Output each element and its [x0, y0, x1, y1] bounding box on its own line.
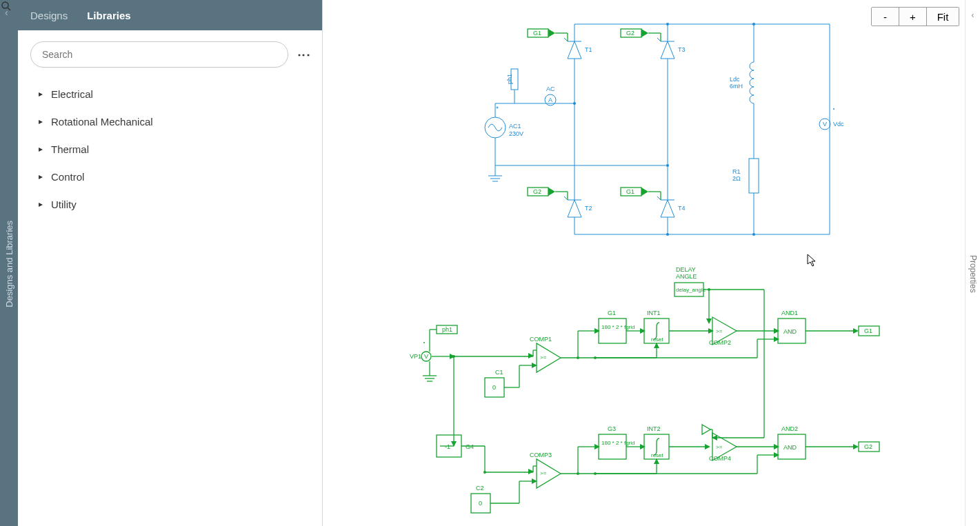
schematic-svg: AC1 230V A AC ph1 T1 — [323, 0, 980, 526]
rail-title: Designs and Libraries — [4, 221, 14, 307]
gate-G2-T2: G2 — [528, 188, 568, 200]
svg-text:>=: >= — [716, 444, 723, 450]
svg-point-64 — [833, 108, 834, 110]
svg-marker-158 — [853, 328, 859, 334]
tree-item-utility[interactable]: ▸Utility — [30, 190, 310, 218]
svg-marker-77 — [548, 188, 555, 196]
svg-marker-48 — [568, 200, 581, 217]
svg-marker-82 — [641, 188, 648, 196]
svg-marker-148 — [774, 328, 779, 334]
svg-point-92 — [423, 342, 425, 343]
svg-marker-188 — [594, 444, 600, 449]
svg-text:6mH: 6mH — [730, 83, 743, 90]
chevron-right-icon: ▸ — [30, 199, 51, 209]
chevron-right-icon: ▸ — [30, 144, 51, 154]
gate-G2-T3: G2 — [621, 29, 661, 41]
svg-point-34 — [573, 102, 576, 105]
svg-point-146 — [708, 288, 710, 291]
svg-marker-219 — [853, 444, 859, 449]
svg-text:AND1: AND1 — [781, 310, 798, 316]
svg-rect-119 — [599, 318, 626, 343]
svg-text:0: 0 — [492, 384, 496, 391]
svg-text:C1: C1 — [495, 369, 503, 376]
svg-marker-72 — [641, 29, 648, 37]
gate-G1-T1: G1 — [528, 29, 568, 41]
svg-text:G1: G1 — [626, 188, 634, 195]
svg-text:Vdc: Vdc — [833, 121, 844, 128]
svg-marker-202 — [705, 444, 710, 449]
svg-text:COMP4: COMP4 — [709, 455, 731, 462]
svg-text:INT1: INT1 — [647, 310, 661, 316]
svg-point-217 — [594, 472, 597, 475]
svg-point-39 — [752, 233, 755, 236]
svg-text:Ldc: Ldc — [730, 76, 740, 83]
svg-text:>=: >= — [540, 470, 547, 476]
tree-item-electrical[interactable]: ▸Electrical — [30, 80, 310, 108]
svg-marker-123 — [640, 328, 646, 334]
svg-text:T2: T2 — [585, 205, 592, 212]
svg-point-37 — [752, 23, 755, 26]
schematic-canvas[interactable]: - + Fit ‹ Properties — [323, 0, 980, 526]
svg-text:AND: AND — [783, 444, 797, 451]
svg-text:AC1: AC1 — [509, 123, 521, 130]
panel-tabs: Designs Libraries — [18, 0, 322, 30]
svg-text:INT2: INT2 — [647, 425, 661, 432]
svg-marker-118 — [594, 328, 600, 334]
svg-text:0: 0 — [479, 500, 482, 507]
chevron-right-icon: ▸ — [30, 117, 51, 126]
svg-text:AND: AND — [783, 328, 797, 335]
svg-text:G3: G3 — [608, 425, 616, 432]
svg-text:G4: G4 — [466, 443, 474, 450]
svg-line-46 — [657, 38, 661, 41]
svg-text:V: V — [823, 121, 827, 128]
gate-G1-T4: G1 — [621, 188, 661, 200]
svg-text:R1: R1 — [732, 168, 741, 175]
svg-marker-209 — [774, 444, 779, 449]
svg-text:2Ω: 2Ω — [732, 175, 741, 182]
svg-text:>=: >= — [716, 328, 723, 334]
svg-marker-216 — [774, 452, 779, 458]
svg-line-50 — [564, 196, 568, 200]
libraries-panel: Designs Libraries ⋮ ▸Electrical ▸Rotatio… — [18, 0, 323, 526]
svg-text:>=: >= — [540, 354, 547, 361]
svg-text:T1: T1 — [585, 46, 592, 53]
tree-item-rotational[interactable]: ▸Rotational Mechanical — [30, 108, 310, 135]
tab-designs[interactable]: Designs — [30, 10, 68, 21]
svg-text:G2: G2 — [533, 188, 541, 195]
svg-text:COMP3: COMP3 — [530, 452, 552, 458]
tree-item-control[interactable]: ▸Control — [30, 163, 310, 190]
svg-text:AC: AC — [546, 85, 555, 92]
svg-point-36 — [666, 23, 669, 26]
tree-item-thermal[interactable]: ▸Thermal — [30, 135, 310, 163]
svg-text:VP1: VP1 — [410, 353, 421, 360]
svg-text:G1: G1 — [864, 327, 872, 334]
svg-text:A: A — [548, 97, 552, 103]
chevron-right-icon: ▸ — [30, 89, 51, 99]
chevron-right-icon: ▸ — [30, 172, 51, 181]
more-icon[interactable]: ⋮ — [297, 49, 312, 61]
svg-marker-52 — [661, 200, 674, 217]
svg-text:ANGLE: ANGLE — [676, 273, 697, 280]
svg-text:180 * 2 * fgrid: 180 * 2 * fgrid — [601, 440, 634, 446]
svg-text:T4: T4 — [678, 205, 686, 212]
tab-libraries[interactable]: Libraries — [87, 10, 130, 21]
search-input[interactable] — [41, 48, 278, 61]
svg-text:COMP1: COMP1 — [530, 336, 552, 343]
svg-marker-44 — [661, 41, 674, 59]
svg-rect-189 — [599, 434, 626, 459]
svg-text:-1: -1 — [445, 443, 450, 450]
svg-text:180 * 2 * fgrid: 180 * 2 * fgrid — [601, 324, 634, 330]
svg-point-35 — [666, 164, 669, 167]
svg-text:ph1: ph1 — [442, 326, 452, 333]
svg-text:delay_angle: delay_angle — [676, 287, 706, 293]
svg-text:G2: G2 — [626, 30, 634, 37]
svg-point-38 — [666, 233, 669, 236]
svg-text:reset: reset — [651, 452, 664, 458]
svg-marker-40 — [568, 41, 581, 59]
svg-text:T3: T3 — [678, 46, 686, 53]
svg-point-27 — [497, 107, 498, 108]
search-box[interactable] — [30, 41, 288, 68]
svg-point-0 — [2, 2, 8, 8]
svg-marker-193 — [640, 444, 646, 449]
svg-text:230V: 230V — [509, 130, 523, 137]
